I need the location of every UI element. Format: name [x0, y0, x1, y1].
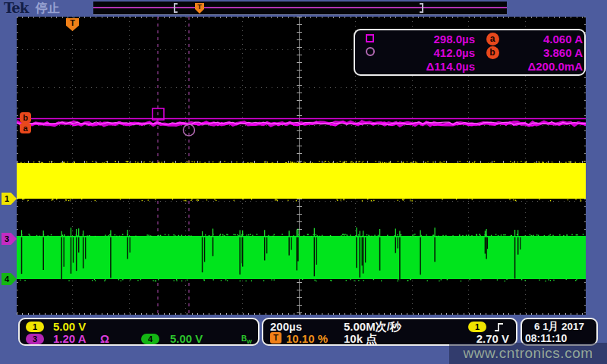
cursor-a-level-badge[interactable]: a [20, 123, 31, 133]
watermark-background: www.cntronics.com [449, 343, 607, 364]
horizontal-trigger-box[interactable]: 200µs T 10.10 % 5.00M次/秒 10k 点 1 2.70 V [262, 318, 517, 346]
channel3-scale: 1.20 A [53, 332, 86, 345]
cursor-b-time: 412.0µs [388, 46, 475, 59]
cursor-a-time: 298.0µs [388, 33, 475, 46]
channel-scales-box[interactable]: 1 5.00 V 3 1.20 A Ω 4 5.00 V BW [18, 318, 259, 346]
record-overview-trace [93, 7, 507, 8]
trigger-position-icon[interactable]: T [195, 3, 204, 14]
cursor-delta-time: Δ114.0µs [388, 60, 475, 73]
expansion-bracket-left[interactable] [174, 3, 178, 13]
rising-edge-icon [494, 322, 504, 333]
channel1-badge[interactable]: 1 [26, 322, 44, 332]
cursor-b-value: 3.860 A [510, 46, 583, 59]
channel3-badge[interactable]: 3 [26, 334, 44, 344]
channel3-reference-marker[interactable]: 3 [2, 233, 17, 245]
acquisition-status: 停止 [36, 1, 60, 17]
cursor-delta-value: Δ200.0mA [510, 60, 583, 73]
trigger-position-percent: 10.10 % [286, 332, 328, 345]
cursor-readout-box: 298.0µs a 4.060 A 412.0µs b 3.860 A Δ114… [354, 29, 586, 76]
trigger-position-badge: T [270, 332, 281, 344]
cursor-a-value: 4.060 A [510, 33, 583, 46]
channel4-badge[interactable]: 4 [141, 334, 159, 344]
timebase-setting: 200µs [270, 320, 302, 333]
wave-inspector-bar[interactable]: T [93, 2, 507, 15]
datetime-box[interactable]: 6 1月 2017 08:11:10 [521, 318, 598, 346]
channel3-coupling: Ω [100, 332, 109, 345]
channel4-scale: 5.00 V [170, 332, 203, 345]
channel1-scale: 5.00 V [53, 320, 86, 333]
tek-logo: Tek [4, 0, 28, 16]
cursor-b-badge: b [486, 46, 499, 59]
cursor-a-badge: a [486, 33, 499, 46]
cursor-b-circle-icon [366, 46, 375, 59]
watermark-text: www.cntronics.com [463, 345, 593, 362]
channel4-reference-marker[interactable]: 4 [2, 273, 17, 285]
channel1-reference-marker[interactable]: 1 [2, 193, 17, 205]
bandwidth-limit-icon: BW [241, 334, 252, 344]
cursor-a-square-icon [366, 32, 374, 46]
record-length: 10k 点 [344, 332, 377, 347]
trigger-source-badge[interactable]: 1 [468, 322, 486, 332]
expansion-bracket-right[interactable] [420, 3, 423, 13]
cursor-b-level-badge[interactable]: b [20, 112, 31, 123]
